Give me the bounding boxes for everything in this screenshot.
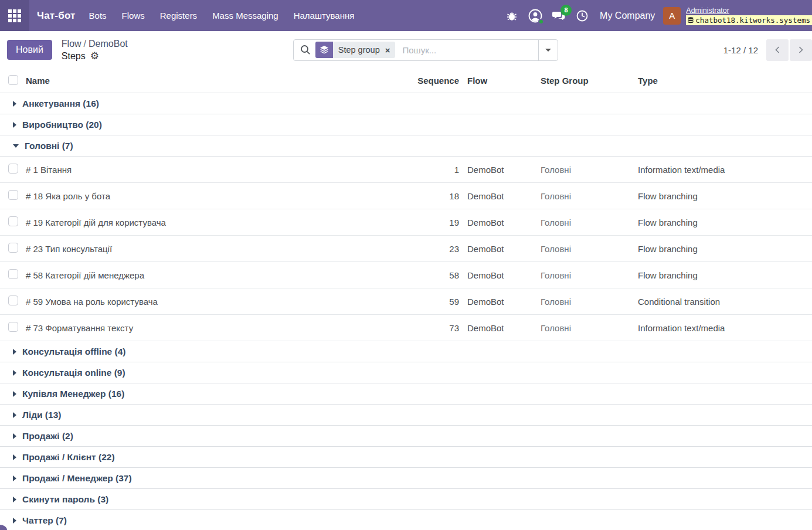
group-toggle-icon[interactable] (13, 101, 16, 107)
pager-range: 1-12 / 12 (723, 45, 758, 55)
cell-flow: DemoBot (459, 270, 533, 280)
cell-name: # 73 Форматування тексту (26, 323, 413, 333)
table-row[interactable]: # 18 Яка роль у бота 18 DemoBot Головні … (0, 183, 812, 209)
group-label: Чаттер (7) (22, 515, 67, 526)
column-header-sequence[interactable]: Sequence (413, 76, 459, 86)
group-toggle-icon[interactable] (13, 370, 16, 376)
breadcrumb-current: Steps (62, 50, 86, 62)
column-header-name[interactable]: Name (26, 76, 413, 86)
app-title[interactable]: Чат-бот (37, 10, 76, 22)
list-body: Анкетування (16) Виробництво (20) Головн… (0, 93, 812, 530)
group-toggle-icon[interactable] (13, 349, 16, 355)
row-checkbox[interactable] (8, 322, 18, 332)
row-checkbox[interactable] (8, 190, 18, 200)
group-toggle-icon[interactable] (13, 122, 16, 128)
search-options-toggle[interactable] (538, 40, 558, 60)
select-all-checkbox[interactable] (8, 75, 18, 85)
group-row[interactable]: Чаттер (7) (0, 510, 812, 530)
company-switcher[interactable]: My Company (600, 11, 655, 21)
messages-icon[interactable]: 8 (547, 4, 570, 28)
table-row[interactable]: # 1 Вітання 1 DemoBot Головні Informatio… (0, 157, 812, 183)
cell-type: Flow branching (630, 244, 812, 254)
group-row[interactable]: Консультація online (9) (0, 362, 812, 383)
breadcrumb: Flow/DemoBot Steps ⚙ (62, 38, 128, 62)
cell-step_group: Головні (533, 297, 630, 307)
group-row[interactable]: Продажі / Менеджер (37) (0, 468, 812, 489)
group-label: Анкетування (16) (22, 98, 99, 109)
cell-sequence: 23 (413, 244, 459, 254)
cell-step_group: Головні (533, 218, 630, 227)
group-row[interactable]: Виробництво (20) (0, 114, 812, 135)
row-checkbox[interactable] (8, 269, 18, 279)
group-toggle-icon[interactable] (13, 391, 16, 397)
search-input[interactable]: Пошук... (402, 45, 538, 55)
topbar-menu-item[interactable]: Flows (114, 0, 152, 31)
debug-bug-icon[interactable] (500, 4, 524, 28)
group-label: Виробництво (20) (22, 120, 102, 130)
search-bar[interactable]: Step group × Пошук... (293, 39, 558, 61)
cell-name: # 1 Вітання (26, 165, 413, 175)
column-header-step-group[interactable]: Step Group (533, 76, 630, 86)
user-menu[interactable]: Administrator chatbot18.kitworks.systems (686, 6, 812, 25)
pager-previous-button[interactable] (766, 39, 789, 61)
group-toggle-icon[interactable] (13, 144, 19, 148)
group-row[interactable]: Ліди (13) (0, 405, 812, 426)
group-toggle-icon[interactable] (13, 454, 16, 460)
breadcrumb-link-demobot[interactable]: DemoBot (89, 39, 128, 49)
table-row[interactable]: # 23 Тип консультації 23 DemoBot Головні… (0, 236, 812, 262)
group-toggle-icon[interactable] (13, 412, 16, 418)
group-row[interactable]: Купівля Менеджер (16) (0, 383, 812, 405)
group-toggle-icon[interactable] (13, 475, 16, 481)
apps-menu-button[interactable] (0, 0, 29, 31)
chevron-right-icon (797, 46, 804, 54)
pager-next-button[interactable] (790, 39, 812, 61)
list-header-row: Name Sequence Flow Step Group Type (0, 69, 812, 93)
cell-flow: DemoBot (459, 191, 533, 201)
column-header-type[interactable]: Type (630, 76, 812, 86)
activity-clock-icon[interactable] (570, 4, 594, 28)
group-row[interactable]: Скинути пароль (3) (0, 489, 812, 510)
group-label: Ліди (13) (22, 410, 61, 420)
pager: 1-12 / 12 (723, 39, 812, 61)
table-row[interactable]: # 19 Категорії дій для користувача 19 De… (0, 209, 812, 236)
group-row[interactable]: Консультація offline (4) (0, 341, 812, 362)
group-row[interactable]: Продажі (2) (0, 426, 812, 447)
topbar-menu-item[interactable]: Bots (81, 0, 114, 31)
table-row[interactable]: # 59 Умова на роль користувача 59 DemoBo… (0, 288, 812, 315)
group-toggle-icon[interactable] (13, 518, 16, 524)
table-row[interactable]: # 73 Форматування тексту 73 DemoBot Голо… (0, 315, 812, 341)
group-label: Скинути пароль (3) (22, 494, 108, 505)
presence-indicator (538, 19, 544, 25)
cell-type: Conditional transition (630, 297, 812, 307)
topbar-menu: BotsFlowsRegistersMass MessagingНалаштув… (81, 0, 362, 31)
database-icon (688, 17, 694, 24)
activities-user-icon[interactable] (524, 4, 547, 28)
row-checkbox[interactable] (8, 164, 18, 174)
row-checkbox[interactable] (8, 295, 18, 305)
group-row[interactable]: Анкетування (16) (0, 93, 812, 114)
topbar-menu-item[interactable]: Registers (152, 0, 205, 31)
table-row[interactable]: # 58 Категорії дій менеджера 58 DemoBot … (0, 262, 812, 288)
group-row[interactable]: Головні (7) (0, 135, 812, 157)
database-chip: chatbot18.kitworks.systems (686, 15, 812, 25)
cell-name: # 58 Категорії дій менеджера (26, 270, 413, 280)
group-toggle-icon[interactable] (13, 433, 16, 439)
group-row[interactable]: Продажі / Клієнт (22) (0, 447, 812, 468)
topbar-right: 8 My Company A Administrator chatbot18.k… (500, 0, 812, 31)
column-header-flow[interactable]: Flow (459, 76, 533, 86)
cell-type: Information text/media (630, 323, 812, 333)
breadcrumb-separator: / (84, 39, 86, 49)
user-avatar[interactable]: A (663, 7, 681, 25)
breadcrumb-link-flow[interactable]: Flow (62, 39, 81, 49)
topbar-menu-item[interactable]: Mass Messaging (205, 0, 286, 31)
search-facet: Step group × (315, 42, 396, 58)
new-record-button[interactable]: Новий (7, 40, 52, 60)
group-label: Головні (7) (25, 141, 73, 151)
row-checkbox[interactable] (8, 216, 18, 226)
topbar-menu-item[interactable]: Налаштування (286, 0, 362, 31)
cell-step_group: Головні (533, 270, 630, 280)
facet-remove-icon[interactable]: × (385, 46, 390, 55)
group-toggle-icon[interactable] (13, 497, 16, 502)
action-gear-icon[interactable]: ⚙ (90, 51, 99, 61)
row-checkbox[interactable] (8, 243, 18, 253)
